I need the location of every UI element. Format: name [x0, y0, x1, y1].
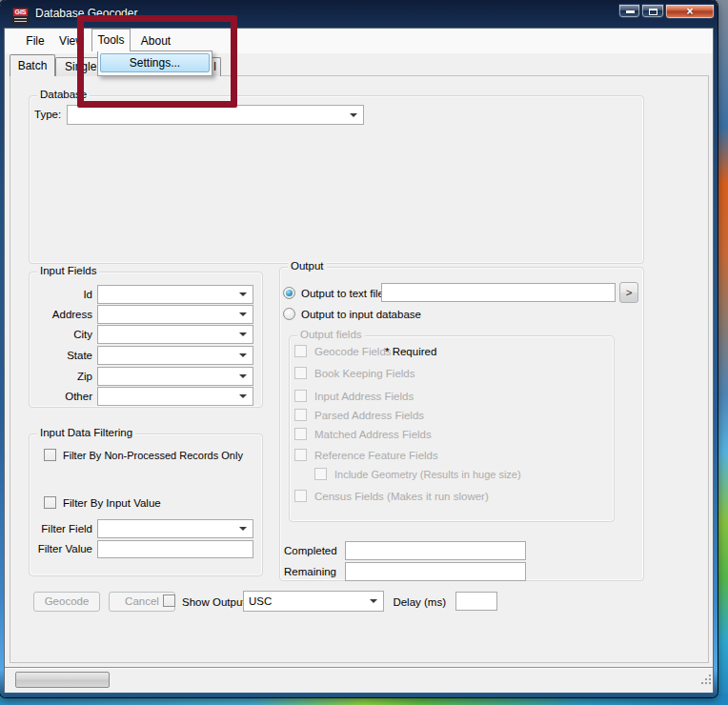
close-button[interactable]: ×: [665, 4, 715, 19]
include-geometry-label: Include Geometry (Results in huge size): [334, 469, 521, 480]
resize-grip-icon[interactable]: [701, 682, 703, 684]
bookkeeping-fields-checkbox: [294, 367, 307, 379]
filtering-group-legend: Input Data Filtering: [37, 427, 135, 438]
statusbar: [5, 668, 713, 693]
maximize-button[interactable]: [641, 4, 664, 18]
address-label: Address: [29, 309, 92, 320]
delay-label: Delay (ms): [389, 596, 446, 608]
city-label: City: [29, 329, 92, 340]
remaining-input: [345, 562, 526, 581]
gis-logo: GIS: [13, 9, 28, 16]
db-type-combobox[interactable]: [67, 105, 364, 125]
output-group-legend: Output: [288, 260, 327, 272]
zip-combobox[interactable]: [97, 367, 253, 386]
bookkeeping-fields-label: Book Keeping Fields: [314, 368, 415, 379]
chevron-down-icon: [350, 113, 357, 117]
parsed-address-fields-checkbox: [294, 409, 307, 421]
filter-nonprocessed-label: Filter By Non-Processed Records Only: [63, 450, 243, 461]
reference-feature-fields-checkbox: [294, 449, 307, 461]
filter-inputvalue-checkbox[interactable]: [44, 496, 56, 509]
completed-label: Completed: [284, 545, 341, 556]
census-fields-checkbox: [294, 490, 307, 502]
output-file-path-input[interactable]: [381, 283, 616, 302]
other-label: Other: [29, 391, 92, 402]
delay-input[interactable]: [455, 592, 497, 611]
engine-combobox[interactable]: USC: [243, 591, 384, 612]
geocode-button: Geocode: [33, 592, 100, 612]
tab-batch[interactable]: Batch: [10, 54, 55, 76]
close-icon: ×: [666, 5, 714, 19]
filter-field-combobox[interactable]: [97, 519, 253, 538]
geocode-fields-checkbox: [294, 345, 307, 357]
reference-feature-fields-label: Reference Feature Fields: [314, 450, 438, 461]
output-database-label: Output to input database: [301, 309, 421, 320]
chevron-down-icon: [370, 599, 377, 603]
filter-value-label: Filter Value: [32, 543, 92, 554]
geocode-fields-label: Geocode Fields: [314, 346, 392, 357]
output-database-radio[interactable]: [283, 308, 295, 320]
filter-field-label: Filter Field: [32, 523, 92, 534]
menu-file[interactable]: File: [17, 29, 53, 53]
filter-inputvalue-label: Filter By Input Value: [63, 497, 161, 509]
chevron-down-icon: [239, 527, 247, 531]
chevron-down-icon: [239, 374, 247, 378]
required-note: * Required: [385, 346, 436, 357]
engine-value: USC: [249, 592, 368, 612]
input-address-fields-label: Input Address Fields: [314, 391, 414, 402]
minimize-button[interactable]: [618, 4, 640, 18]
output-fields-legend: Output fields: [297, 329, 365, 340]
annotation-highlight-box: [77, 15, 237, 108]
remaining-label: Remaining: [284, 566, 341, 577]
output-textfile-label: Output to text file: [301, 288, 384, 299]
chevron-down-icon: [239, 394, 247, 398]
include-geometry-checkbox: [314, 468, 327, 480]
address-combobox[interactable]: [97, 305, 253, 324]
output-textfile-radio[interactable]: [283, 287, 295, 299]
browse-file-button[interactable]: >: [619, 282, 638, 303]
census-fields-label: Census Fields (Makes it run slower): [314, 491, 489, 502]
chevron-down-icon: [239, 292, 247, 296]
input-address-fields-checkbox: [294, 390, 307, 402]
filter-value-input[interactable]: [97, 540, 253, 558]
show-output-label: Show Output: [182, 596, 245, 608]
progress-bar: [15, 672, 110, 688]
parsed-address-fields-label: Parsed Address Fields: [314, 410, 424, 421]
db-type-label: Type:: [34, 109, 61, 120]
completed-input: [345, 541, 526, 560]
input-fields-legend: Input Fields: [37, 265, 99, 276]
chevron-down-icon: [239, 312, 247, 316]
city-combobox[interactable]: [97, 325, 253, 344]
maximize-icon: [649, 9, 657, 15]
filter-nonprocessed-checkbox[interactable]: [44, 449, 56, 461]
zip-label: Zip: [29, 371, 92, 382]
state-combobox[interactable]: [97, 346, 253, 365]
state-label: State: [29, 350, 92, 361]
matched-address-fields-label: Matched Address Fields: [314, 429, 432, 440]
other-combobox[interactable]: [97, 387, 253, 406]
chevron-down-icon: [239, 332, 247, 336]
id-combobox[interactable]: [97, 285, 253, 304]
matched-address-fields-checkbox: [294, 428, 307, 440]
id-label: Id: [29, 289, 92, 300]
show-output-checkbox[interactable]: [163, 594, 175, 607]
chevron-down-icon: [239, 353, 247, 357]
minimize-icon: [626, 10, 635, 13]
app-icon: GIS: [11, 7, 30, 25]
